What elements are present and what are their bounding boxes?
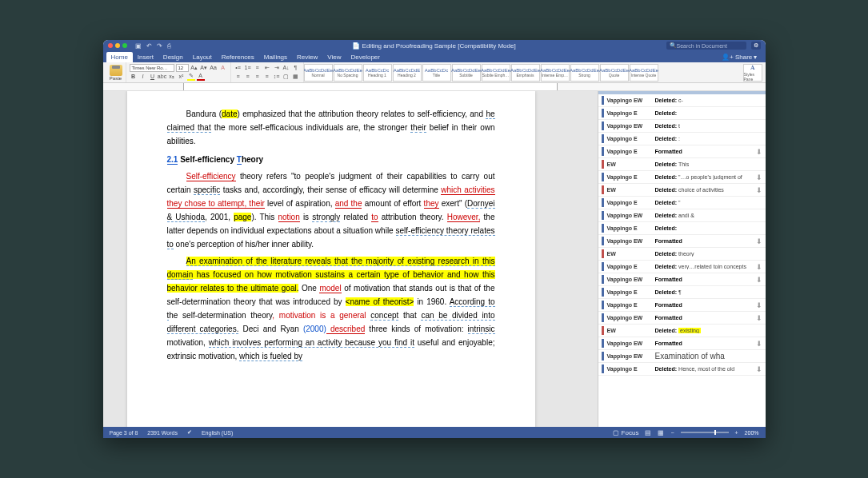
revision-row[interactable]: Vappingo EDeleted: Hence, most of the ol…	[598, 363, 766, 376]
revision-row[interactable]: Vappingo EWDeleted: c-	[598, 94, 766, 107]
sort-icon[interactable]: A↓	[282, 64, 290, 72]
font-color-icon[interactable]: A	[197, 73, 205, 81]
undo-icon[interactable]: ↶	[146, 42, 152, 50]
show-marks-icon[interactable]: ¶	[292, 64, 300, 72]
revision-row[interactable]: Vappingo EDeleted: "…o people's judgment…	[598, 171, 766, 184]
font-name-select[interactable]: Times New Ro…	[130, 64, 174, 72]
close-icon[interactable]	[108, 43, 113, 48]
print-icon[interactable]: ⎙	[167, 42, 171, 50]
justify-icon[interactable]: ≡	[263, 73, 271, 81]
revision-row[interactable]: Vappingo EWDeleted: andi &	[598, 209, 766, 222]
tab-design[interactable]: Design	[158, 52, 188, 62]
tab-layout[interactable]: Layout	[188, 52, 217, 62]
zoom-in-icon[interactable]: +	[735, 430, 738, 436]
bold-icon[interactable]: B	[130, 73, 138, 81]
style-subtitle[interactable]: AaBbCcDdEeSubtitle	[452, 64, 481, 82]
style-quote[interactable]: AaBbCcDdEeQuote	[600, 64, 629, 82]
zoom-level[interactable]: 200%	[745, 430, 759, 436]
ruler[interactable]	[103, 83, 766, 91]
bullets-icon[interactable]: •≡	[234, 64, 242, 72]
indent-icon[interactable]: ⇥	[273, 64, 281, 72]
revision-row[interactable]: EWDeleted: choice of activities⬇	[598, 184, 766, 197]
revision-row[interactable]: Vappingo EDeleted: :	[598, 133, 766, 145]
grow-font-icon[interactable]: A▴	[190, 64, 198, 72]
revision-row[interactable]: Vappingo EWDeleted: t	[598, 120, 766, 133]
paste-group[interactable]: Paste	[106, 62, 126, 82]
maximize-icon[interactable]	[122, 43, 127, 48]
style-no-spacing[interactable]: AaBbCcDdEeNo Spacing	[334, 64, 362, 82]
revision-row[interactable]: Vappingo EWFormatted ⬇	[598, 235, 766, 248]
tab-home[interactable]: Home	[106, 52, 133, 62]
document-area[interactable]: Bandura (date) emphasized that the attri…	[103, 91, 598, 427]
sub-icon[interactable]: x₂	[168, 73, 176, 81]
tab-references[interactable]: References	[217, 52, 259, 62]
style-subtle-emph-[interactable]: AaBbCcDdEeSubtle Emph…	[482, 64, 510, 82]
tab-mailings[interactable]: Mailings	[259, 52, 292, 62]
style-normal[interactable]: AaBbCcDdEeNormal	[304, 64, 333, 82]
word-count[interactable]: 2391 Words	[147, 430, 178, 436]
zoom-out-icon[interactable]: −	[670, 430, 674, 436]
numbering-icon[interactable]: 1≡	[244, 64, 252, 72]
style-emphasis[interactable]: AaBbCcDdEeEmphasis	[511, 64, 540, 82]
outdent-icon[interactable]: ⇤	[263, 64, 271, 72]
language-indicator[interactable]: English (US)	[202, 430, 233, 436]
revision-row[interactable]: Vappingo EWFormatted ⬇	[598, 312, 766, 325]
font-size-select[interactable]: 12	[176, 64, 189, 72]
revision-row[interactable]: Vappingo EDeleted:	[598, 107, 766, 120]
search-input[interactable]: 🔍 Search in Document	[666, 42, 746, 50]
revision-row[interactable]: Vappingo EDeleted: ¶	[598, 286, 766, 299]
web-layout-icon[interactable]: ▦	[658, 429, 664, 436]
spellcheck-icon[interactable]: ✔	[187, 429, 192, 436]
strike-icon[interactable]: abc	[158, 73, 166, 81]
clear-format-icon[interactable]: A	[219, 64, 227, 72]
tab-view[interactable]: View	[322, 52, 346, 62]
focus-mode[interactable]: ▢ Focus	[613, 429, 638, 436]
paragraph: An examination of the literature reveals…	[167, 254, 495, 363]
styles-pane-button[interactable]: Styles Pane	[743, 64, 762, 82]
revision-row[interactable]: Vappingo EDeleted:	[598, 222, 766, 235]
styles-gallery: AaBbCcDdEeNormalAaBbCcDdEeNo SpacingAaBb…	[304, 64, 743, 82]
align-left-icon[interactable]: ≡	[234, 73, 242, 81]
revision-row[interactable]: EWDeleted: existing	[598, 325, 766, 337]
revision-row[interactable]: Vappingo EWFormatted ⬇	[598, 273, 766, 286]
revision-row[interactable]: Vappingo EDeleted: "	[598, 197, 766, 209]
revision-row[interactable]: Vappingo EWExamination of wha	[598, 350, 766, 363]
zoom-slider[interactable]	[681, 432, 729, 433]
revision-row[interactable]: EWDeleted: This	[598, 158, 766, 171]
revision-row[interactable]: Vappingo EWFormatted ⬇	[598, 337, 766, 350]
underline-icon[interactable]: U	[149, 73, 157, 81]
multilevel-icon[interactable]: ≡	[254, 64, 262, 72]
shading-icon[interactable]: ▢	[282, 73, 290, 81]
revision-row[interactable]: Vappingo EFormatted ⬇	[598, 145, 766, 158]
page-indicator[interactable]: Page 3 of 8	[110, 430, 138, 436]
shrink-font-icon[interactable]: A▾	[200, 64, 208, 72]
revision-row[interactable]: Vappingo EDeleted: very…related toin con…	[598, 261, 766, 273]
style-strong[interactable]: AaBbCcDdEeStrong	[570, 64, 599, 82]
tab-developer[interactable]: Developer	[346, 52, 385, 62]
revisions-panel[interactable]: Vappingo EWDeleted: c-Vappingo EDeleted:…	[598, 91, 766, 427]
sup-icon[interactable]: x²	[178, 73, 186, 81]
redo-icon[interactable]: ↷	[157, 42, 162, 50]
settings-icon[interactable]: ⚙	[751, 42, 761, 50]
tab-review[interactable]: Review	[292, 52, 322, 62]
style-intense-quote[interactable]: AaBbCcDdEeIntense Quote	[630, 64, 658, 82]
minimize-icon[interactable]	[115, 43, 120, 48]
style-heading-1[interactable]: AaBbCcDcHeading 1	[363, 64, 392, 82]
share-button[interactable]: 👤+ Share ▾	[717, 52, 762, 62]
change-case-icon[interactable]: Aa	[210, 64, 218, 72]
borders-icon[interactable]: ▦	[292, 73, 300, 81]
tab-insert[interactable]: Insert	[133, 52, 158, 62]
revision-row[interactable]: Vappingo EFormatted ⬇	[598, 299, 766, 312]
italic-icon[interactable]: I	[139, 73, 147, 81]
paste-label: Paste	[110, 76, 122, 81]
style-title[interactable]: AaBbCcDcTitle	[422, 64, 451, 82]
highlight-icon[interactable]: ✎	[187, 73, 195, 81]
style-heading-2[interactable]: AaBbCcDdEHeading 2	[393, 64, 422, 82]
style-intense-emp-[interactable]: AaBbCcDdEeIntense Emp…	[541, 64, 570, 82]
align-right-icon[interactable]: ≡	[254, 73, 262, 81]
print-layout-icon[interactable]: ▤	[645, 429, 651, 436]
save-icon[interactable]: ▣	[135, 42, 142, 50]
align-center-icon[interactable]: ≡	[244, 73, 252, 81]
revision-row[interactable]: EWDeleted: theory	[598, 248, 766, 261]
line-spacing-icon[interactable]: ↕≡	[273, 73, 281, 81]
